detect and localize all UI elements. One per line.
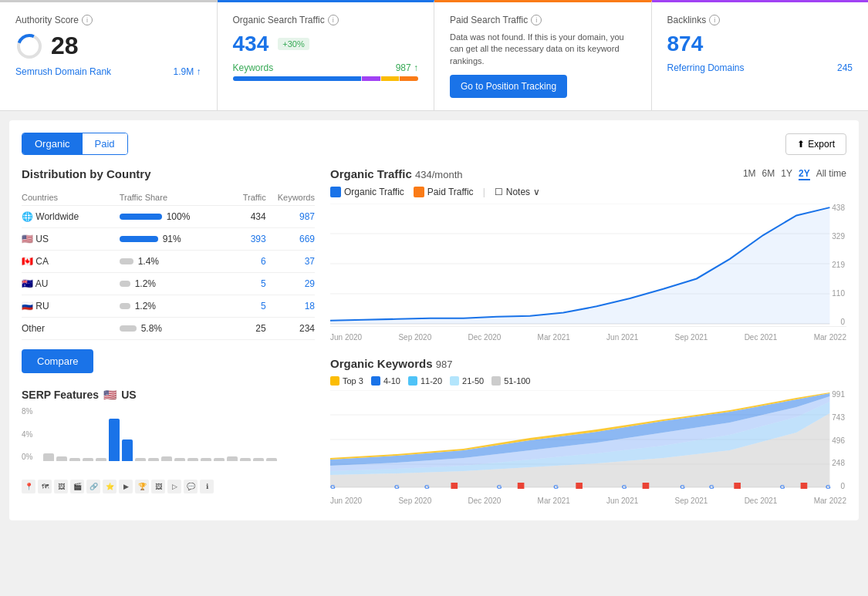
keywords-x-labels: Jun 2020 Sep 2020 Dec 2020 Mar 2021 Jun … [330, 493, 846, 508]
serp-y-labels: 8% 4% 0% [22, 407, 40, 461]
backlinks-title: Backlinks i [667, 15, 853, 25]
organic-search-title: Organic Search Traffic i [233, 15, 419, 25]
organic-search-info-icon[interactable]: i [328, 15, 339, 25]
table-row: 🇷🇺 RU 1.2% 5 18 [22, 295, 315, 318]
serp-icon-map: 📍 [22, 480, 35, 493]
time-6m[interactable]: 6M [762, 168, 775, 180]
backlinks-card: Backlinks i 874 Referring Domains 245 [652, 0, 869, 110]
tab-row: Organic Paid ⬆ Export [22, 133, 846, 155]
keywords-legend: Top 3 4-10 11-20 21-50 [330, 376, 846, 386]
serp-icon-img2: 🖼 [151, 480, 165, 493]
organic-search-value: 434 [233, 32, 269, 56]
paid-search-message: Data was not found. If this is your doma… [450, 32, 636, 67]
svg-text:G: G [709, 483, 714, 490]
svg-text:G: G [330, 483, 336, 490]
organic-traffic-title: Organic Traffic 434/month [330, 167, 462, 180]
left-column: Distribution by Country Countries Traffi… [22, 167, 315, 508]
serp-icon-review: ▶ [119, 480, 133, 493]
authority-donut-chart [15, 32, 43, 60]
notes-button[interactable]: ☐ Notes ∨ [495, 187, 540, 197]
svg-rect-30 [734, 483, 741, 489]
svg-text:G: G [394, 483, 400, 490]
table-row: 🇨🇦 CA 1.4% 6 37 [22, 251, 315, 273]
organic-keywords-title: Organic Keywords 987 [330, 357, 846, 370]
organic-traffic-chart-area: 438 329 219 110 0 [330, 204, 846, 327]
keywords-y-labels: 991 743 496 248 0 [832, 390, 846, 490]
organic-paid-tabs: Organic Paid [22, 133, 128, 155]
serp-features-section: SERP Features 🇺🇸 US 8% 4% 0% [22, 389, 315, 493]
organic-traffic-x-labels: Jun 2020 Sep 2020 Dec 2020 Mar 2021 Jun … [330, 330, 846, 345]
main-section: Organic Paid ⬆ Export Distribution by Co… [9, 120, 859, 520]
time-1m[interactable]: 1M [743, 168, 756, 180]
authority-score-value-row: 28 [15, 32, 201, 60]
svg-text:G: G [680, 483, 685, 490]
organic-traffic-chart-header: Organic Traffic 434/month 1M 6M 1Y 2Y Al… [330, 167, 846, 180]
serp-icon-info: ℹ [200, 480, 214, 493]
svg-rect-25 [576, 483, 583, 489]
backlinks-sub: Referring Domains 245 [667, 62, 853, 73]
kw-legend-top3: Top 3 [330, 376, 363, 386]
svg-rect-21 [451, 483, 458, 489]
keywords-progress-bar [233, 76, 419, 81]
svg-rect-32 [801, 483, 808, 489]
legend-paid: Paid Traffic [414, 187, 474, 197]
distribution-title: Distribution by Country [22, 167, 315, 180]
serp-icon-featured: 🏆 [135, 480, 149, 493]
top-cards-section: Authority Score i 28 Semrush Domain Rank… [0, 0, 868, 111]
authority-score-number: 28 [51, 32, 79, 60]
svg-text:G: G [826, 483, 831, 490]
table-row: 🇺🇸 US 91% 393 669 [22, 228, 315, 251]
backlinks-info-icon[interactable]: i [709, 15, 720, 25]
svg-text:G: G [497, 483, 502, 490]
legend-organic: Organic Traffic [330, 187, 404, 197]
organic-search-badge: +30% [278, 38, 309, 50]
paid-search-title: Paid Search Traffic i [450, 15, 636, 25]
paid-search-info-icon[interactable]: i [531, 15, 542, 25]
paid-search-card: Paid Search Traffic i Data was not found… [434, 0, 652, 110]
compare-button[interactable]: Compare [22, 349, 93, 373]
tab-paid[interactable]: Paid [83, 133, 127, 154]
authority-score-sub: Semrush Domain Rank 1.9M ↑ [15, 66, 201, 77]
organic-search-card: Organic Search Traffic i 434 +30% Keywor… [218, 0, 435, 110]
right-column: Organic Traffic 434/month 1M 6M 1Y 2Y Al… [330, 167, 846, 508]
organic-traffic-y-labels: 438 329 219 110 0 [832, 204, 846, 326]
kw-legend-21-50: 21-50 [450, 376, 484, 386]
authority-info-icon[interactable]: i [82, 15, 93, 25]
organic-keywords-section: Organic Keywords 987 Top 3 4-10 11-20 [330, 357, 846, 508]
tab-organic[interactable]: Organic [22, 133, 83, 154]
organic-traffic-legend: Organic Traffic Paid Traffic | ☐ Notes ∨ [330, 187, 846, 197]
time-2y[interactable]: 2Y [799, 168, 810, 180]
main-two-col: Distribution by Country Countries Traffi… [22, 167, 846, 508]
organic-keywords-chart-area: 991 743 496 248 0 [330, 390, 846, 490]
serp-icon-link: 🔗 [86, 480, 100, 493]
authority-score-card: Authority Score i 28 Semrush Domain Rank… [0, 0, 218, 110]
serp-icon-video: 🎬 [70, 480, 84, 493]
serp-features-title: SERP Features 🇺🇸 US [22, 389, 315, 401]
serp-feature-icons: 📍 🗺 🖼 🎬 🔗 ⭐ ▶ 🏆 🖼 ▷ 💬 ℹ [22, 480, 315, 493]
keywords-svg: G G G G G G G G G [330, 390, 846, 490]
serp-icon-image: 🖼 [54, 480, 68, 493]
organic-traffic-svg [330, 204, 846, 326]
svg-rect-23 [518, 483, 525, 489]
export-button[interactable]: ⬆ Export [785, 133, 846, 155]
kw-legend-51-100: 51-100 [491, 376, 530, 386]
table-row: Other 5.8% 25 234 [22, 318, 315, 340]
svg-text:G: G [780, 483, 785, 490]
svg-marker-7 [330, 207, 829, 324]
svg-text:G: G [553, 483, 559, 490]
kw-legend-11-20: 11-20 [408, 376, 442, 386]
time-filter-row: 1M 6M 1Y 2Y All time [743, 168, 846, 180]
distribution-table-header: Countries Traffic Share Traffic Keywords [22, 190, 315, 206]
svg-text:G: G [622, 483, 627, 490]
time-all[interactable]: All time [816, 168, 846, 180]
serp-chart-container: 8% 4% 0% [22, 407, 315, 476]
serp-icon-local: 🗺 [38, 480, 52, 493]
go-to-position-tracking-button[interactable]: Go to Position Tracking [450, 75, 567, 98]
serp-chart [43, 407, 315, 476]
table-row: 🌐 Worldwide 100% 434 987 [22, 206, 315, 228]
serp-icon-chat: 💬 [184, 480, 198, 493]
serp-icon-star: ⭐ [103, 480, 117, 493]
kw-legend-4-10: 4-10 [371, 376, 400, 386]
time-1y[interactable]: 1Y [781, 168, 792, 180]
keywords-row: Keywords 987 ↑ [233, 62, 419, 73]
